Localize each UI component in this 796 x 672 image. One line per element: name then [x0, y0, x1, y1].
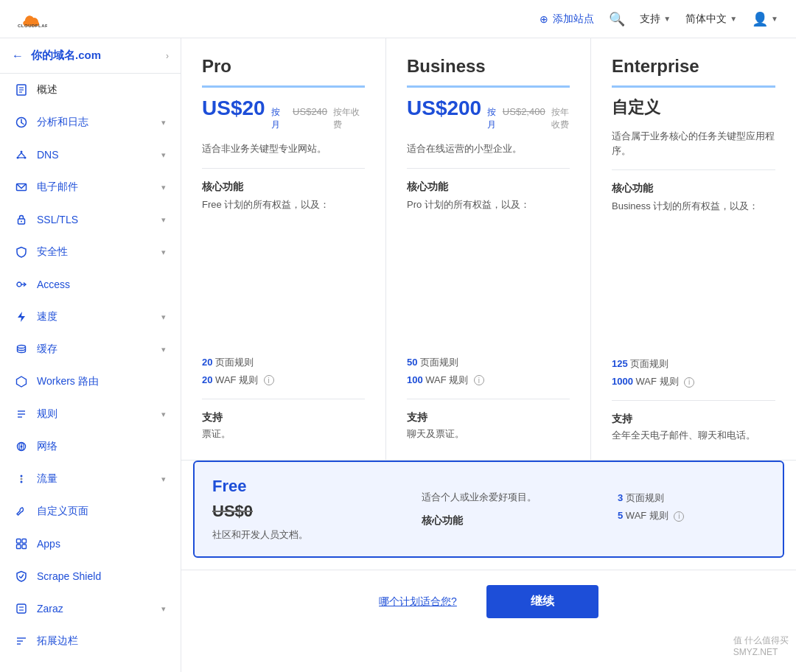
rules-chevron-icon: ▾: [161, 410, 166, 419]
pro-divider1: [202, 168, 365, 169]
sidebar-item-rules-inner: 规则: [15, 407, 57, 421]
enterprise-support-desc: 全年全天电子邮件、聊天和电话。: [612, 429, 775, 442]
sidebar-item-dns-inner: DNS: [15, 148, 59, 161]
sidebar-item-speed[interactable]: 速度 ▾: [0, 301, 181, 333]
sidebar-item-analytics[interactable]: 分析和日志 ▾: [0, 106, 181, 139]
business-divider2: [407, 399, 570, 399]
sidebar-label-workers: Workers 路由: [37, 375, 99, 388]
doc-icon: [15, 83, 28, 97]
pro-waf-info-icon[interactable]: i: [264, 375, 274, 385]
svg-line-11: [18, 153, 22, 157]
search-icon[interactable]: 🔍: [609, 11, 625, 27]
business-spacer: [407, 223, 570, 356]
support-dropdown[interactable]: 支持 ▼: [640, 13, 671, 26]
business-price-annual-label: 按年收费: [551, 106, 570, 131]
sidebar-item-zaraz[interactable]: Zaraz ▾: [0, 592, 181, 625]
pro-price-annual: US$240: [293, 106, 327, 117]
svg-line-7: [21, 123, 24, 125]
add-site-button[interactable]: ⊕ 添加站点: [540, 13, 594, 26]
business-price-per: 按月: [487, 106, 497, 131]
free-waf-info-icon[interactable]: i: [674, 511, 684, 522]
business-waf-rules: 100 WAF 规则 i: [407, 374, 570, 387]
sidebar-label-expand: 拓展边栏: [37, 634, 78, 648]
enterprise-core-desc: Business 计划的所有权益，以及：: [612, 200, 775, 213]
sidebar-item-custom-pages-inner: 自定义页面: [15, 505, 88, 518]
free-waf-label: WAF 规则: [626, 510, 671, 521]
domain-inner: ← 你的域名.com: [12, 49, 101, 63]
enterprise-support-title: 支持: [612, 413, 775, 426]
sidebar-item-dns[interactable]: DNS ▾: [0, 139, 181, 171]
user-menu[interactable]: 👤 ▼: [752, 11, 778, 27]
pro-page-rules: 20 页面规则: [202, 356, 365, 369]
pro-price-per: 按月: [271, 106, 287, 131]
cache-chevron-icon: ▾: [161, 345, 166, 354]
business-waf-info-icon[interactable]: i: [474, 375, 484, 385]
speed-chevron-icon: ▾: [161, 312, 166, 322]
svg-line-12: [21, 153, 25, 157]
enterprise-plan-name: Enterprise: [612, 56, 775, 77]
sidebar-item-speed-inner: 速度: [15, 310, 57, 323]
sidebar-label-security: 安全性: [37, 245, 68, 259]
ssltls-chevron-icon: ▾: [161, 215, 166, 225]
language-dropdown[interactable]: 简体中文 ▼: [685, 13, 737, 26]
sidebar: ← 你的域名.com › 概述 分析和日志 ▾: [0, 38, 181, 672]
enterprise-spacer: [612, 225, 775, 357]
sidebar-item-cache-inner: 缓存: [15, 343, 57, 356]
enterprise-divider1: [612, 169, 775, 170]
free-plan-right: 3 页面规则 5 WAF 规则 i: [618, 491, 765, 527]
continue-button[interactable]: 继续: [486, 585, 598, 618]
sidebar-item-scrape-shield[interactable]: Scrape Shield: [0, 560, 181, 592]
content-area: Pro US$20 按月 US$240 按年收费 适合非业务关键型专业网站。 核…: [181, 38, 796, 672]
bottom-action-bar: 哪个计划适合您? 继续: [181, 570, 796, 633]
business-price-row: US$200 按月 US$2,400 按年收费: [407, 97, 570, 131]
free-page-rules: 3 页面规则: [618, 491, 765, 505]
plans-grid: Pro US$20 按月 US$240 按年收费 适合非业务关键型专业网站。 核…: [181, 38, 796, 461]
sidebar-item-access-inner: Access: [15, 278, 70, 291]
sidebar-item-workers[interactable]: Workers 路由: [0, 365, 181, 398]
network-icon: [15, 440, 28, 453]
sidebar-item-network[interactable]: 网络: [0, 430, 181, 463]
sidebar-item-security[interactable]: 安全性 ▾: [0, 236, 181, 268]
sidebar-item-ssltls[interactable]: SSL/TLS ▾: [0, 203, 181, 236]
free-page-rules-label: 页面规则: [626, 492, 664, 503]
enterprise-waf-info-icon[interactable]: i: [684, 377, 694, 388]
sidebar-label-cache: 缓存: [37, 343, 57, 356]
svg-point-30: [21, 478, 23, 480]
sidebar-item-cache[interactable]: 缓存 ▾: [0, 333, 181, 365]
sidebar-item-analytics-inner: 分析和日志: [15, 116, 88, 129]
business-plan-column: Business US$200 按月 US$2,400 按年收费 适合在线运营的…: [386, 38, 591, 460]
svg-rect-32: [17, 539, 21, 544]
email-icon: [15, 181, 28, 194]
svg-text:CLOUDFLARE: CLOUDFLARE: [18, 24, 47, 28]
which-plan-link[interactable]: 哪个计划适合您?: [379, 595, 457, 609]
free-page-rules-num: 3: [618, 492, 623, 503]
sidebar-label-ssltls: SSL/TLS: [37, 214, 78, 225]
sidebar-item-email-inner: 电子邮件: [15, 181, 78, 194]
sidebar-item-apps[interactable]: Apps: [0, 528, 181, 560]
sidebar-item-zaraz-inner: Zaraz: [15, 602, 63, 615]
sidebar-item-traffic[interactable]: 流量 ▾: [0, 463, 181, 495]
nav-actions: ⊕ 添加站点 🔍 支持 ▼ 简体中文 ▼ 👤 ▼: [540, 11, 778, 27]
sidebar-item-access[interactable]: Access: [0, 268, 181, 301]
svg-point-17: [17, 282, 21, 287]
enterprise-core-title: 核心功能: [612, 182, 775, 195]
free-price-val: US$0: [212, 502, 253, 521]
access-icon: [15, 278, 28, 291]
sidebar-item-rules[interactable]: 规则 ▾: [0, 398, 181, 430]
domain-breadcrumb[interactable]: ← 你的域名.com ›: [0, 38, 181, 74]
enterprise-waf-num: 1000: [612, 376, 633, 387]
pro-core-title: 核心功能: [202, 181, 365, 194]
sidebar-item-network-inner: 网络: [15, 440, 57, 453]
sidebar-item-expand[interactable]: 拓展边栏: [0, 625, 181, 657]
sidebar-item-security-inner: 安全性: [15, 245, 68, 259]
language-caret: ▼: [730, 15, 737, 23]
pro-waf-label: WAF 规则: [215, 374, 261, 385]
user-icon: 👤: [752, 11, 768, 27]
sidebar-item-email[interactable]: 电子邮件 ▾: [0, 171, 181, 203]
free-support-desc: 社区和开发人员文档。: [212, 528, 404, 542]
sidebar-item-overview[interactable]: 概述: [0, 74, 181, 106]
sidebar-item-custom-pages[interactable]: 自定义页面: [0, 495, 181, 528]
business-page-rules: 50 页面规则: [407, 356, 570, 369]
free-plan-left: Free US$0 社区和开发人员文档。: [212, 477, 404, 542]
shield-icon: [15, 245, 28, 259]
